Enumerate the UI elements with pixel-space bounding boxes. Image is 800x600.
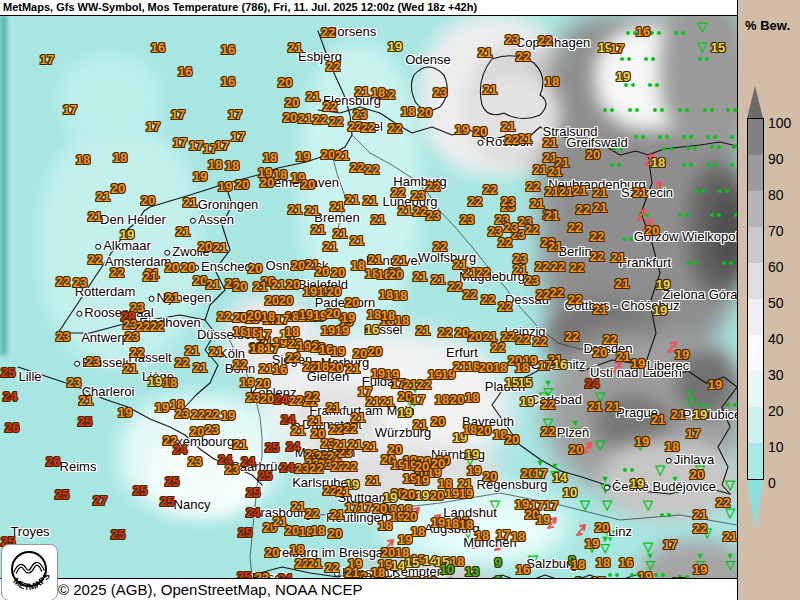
shower-arrow-icon: ▼ [645, 551, 654, 570]
temp-value: 22 [551, 259, 565, 274]
temp-value: 22 [516, 49, 530, 64]
temp-value: 17 [533, 466, 547, 481]
temp-value: 17 [496, 527, 510, 542]
temp-value: 22 [570, 260, 584, 275]
rain-dots-icon [660, 513, 664, 517]
attribution-bar: © 2025 (AGB), OpenStreetMap, NOAA NCEP [0, 578, 737, 600]
legend-band [748, 407, 763, 443]
rain-dots-icon [682, 163, 686, 167]
city-label: Erfurt [446, 345, 478, 360]
legend-arrow-bottom [747, 480, 763, 530]
temp-value: 20 [198, 239, 212, 254]
temp-value: 23 [86, 354, 100, 369]
temp-value: 25 [133, 483, 147, 498]
temp-value: 17 [40, 52, 54, 67]
temp-value: 21 [543, 135, 557, 150]
temp-value: 19 [299, 307, 313, 322]
temp-value: 20 [368, 344, 382, 359]
temp-value: 22 [309, 461, 323, 476]
city-label: Den Helder [100, 212, 166, 227]
temp-value: 10 [563, 485, 577, 500]
shower-triangle-icon: ▽ [697, 22, 707, 32]
temp-value: 21 [380, 394, 394, 409]
temp-value: 20 [329, 360, 343, 375]
temp-value: 24 [241, 454, 255, 469]
temp-value: 18 [113, 150, 127, 165]
legend-band [748, 443, 763, 479]
temp-value: 19 [415, 488, 429, 503]
temp-value: 17 [146, 119, 160, 134]
city-label: Pardubice [683, 407, 737, 422]
shower-triangle-icon: ▽ [655, 465, 665, 475]
shower-triangle-icon: ▽ [595, 440, 605, 450]
temp-value: 20 [505, 432, 519, 447]
temp-value: 19 [445, 486, 459, 501]
temp-value: 19 [120, 227, 134, 242]
station-marker-icon [666, 457, 672, 463]
rain-dots-icon [622, 237, 626, 241]
temp-value: 18 [381, 308, 395, 323]
temp-value: 20 [418, 105, 432, 120]
city-label: Plzeň [557, 425, 590, 440]
temp-value: 21 [559, 184, 573, 199]
temp-value: 24 [278, 571, 292, 578]
temp-value: 23 [73, 275, 87, 290]
temp-value: 20 [331, 265, 345, 280]
temp-value: 21 [483, 329, 497, 344]
temp-value: 19 [616, 69, 630, 84]
temp-value: 18 [379, 287, 393, 302]
rain-dots-icon [730, 135, 734, 139]
temp-value: 21 [185, 343, 199, 358]
temp-value: 20 [483, 469, 497, 484]
temp-value: 19 [467, 463, 481, 478]
temp-value: 21 [346, 361, 360, 376]
temp-value: 20 [321, 147, 335, 162]
temp-value: 22 [535, 259, 549, 274]
temp-value: 18 [463, 422, 477, 437]
temp-value: 22 [233, 357, 247, 372]
temp-value: 25 [1, 365, 15, 380]
temp-value: 17 [358, 500, 372, 515]
rain-dots-icon [634, 135, 638, 139]
rain-dots-icon [623, 468, 627, 472]
temp-value: 22 [525, 222, 539, 237]
temp-value: 21 [345, 565, 359, 578]
temp-value: 20 [431, 414, 445, 429]
legend-tick-label: 70 [768, 223, 784, 239]
temp-value: 16 [151, 40, 165, 55]
temp-value: 20 [291, 258, 305, 273]
temp-value: 22 [110, 265, 124, 280]
temp-value: 22 [350, 160, 364, 175]
temp-value: 21 [123, 361, 137, 376]
temp-value: 21 [330, 199, 344, 214]
temp-value: 21 [398, 203, 412, 218]
temp-value: 20 [403, 509, 417, 524]
temp-value: 19 [371, 366, 385, 381]
rain-dots-icon [682, 135, 686, 139]
temp-value: 18 [465, 390, 479, 405]
temp-value: 23 [205, 422, 219, 437]
rain-dots-icon [644, 57, 648, 61]
temp-value: 22 [463, 287, 477, 302]
map-canvas[interactable]: HorsensEsbjergOdenseCopenhagenFlensburgK… [0, 15, 737, 578]
temp-value: 20 [468, 329, 482, 344]
temp-value: 20 [233, 279, 247, 294]
temp-value: 21 [366, 473, 380, 488]
temp-value: 21 [723, 529, 737, 544]
temp-value: 22 [693, 521, 707, 536]
temp-value: 21 [288, 202, 302, 217]
rain-dots-icon [654, 573, 658, 577]
temp-value: 16 [516, 562, 530, 577]
rain-dots-icon [732, 145, 736, 149]
temp-value: 18 [311, 523, 325, 538]
temp-value: 22 [526, 179, 540, 194]
temp-value: 22 [130, 345, 144, 360]
temp-value: 21 [593, 185, 607, 200]
temp-value: 20 [569, 442, 583, 457]
temp-value: 22 [217, 309, 231, 324]
temp-value: 21 [233, 437, 247, 452]
temp-value: 22 [150, 319, 164, 334]
temp-value: 21 [209, 344, 223, 359]
city-label: Nijmegen [149, 290, 212, 305]
temp-value: 21 [371, 212, 385, 227]
